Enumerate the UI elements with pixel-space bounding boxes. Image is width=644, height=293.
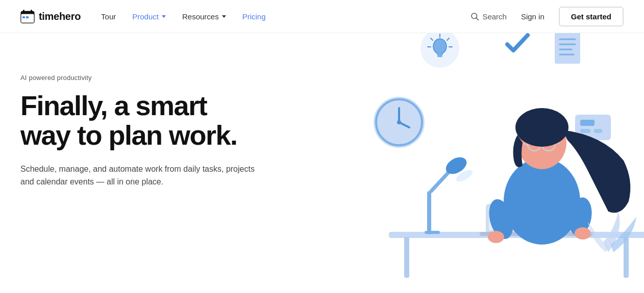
svg-point-46 <box>504 158 580 245</box>
svg-rect-36 <box>425 231 440 234</box>
search-icon <box>470 12 479 21</box>
svg-line-55 <box>524 144 527 144</box>
hero-section: AI powered productivity Finally, a smart… <box>0 33 644 293</box>
svg-rect-18 <box>555 33 580 64</box>
hero-content: AI powered productivity Finally, a smart… <box>20 64 265 189</box>
hero-illustration <box>338 33 644 293</box>
hero-headline-line2: way to plan work. <box>20 120 237 150</box>
svg-rect-29 <box>580 120 595 126</box>
svg-rect-11 <box>437 56 442 57</box>
svg-rect-33 <box>404 237 409 278</box>
svg-line-37 <box>431 171 450 191</box>
svg-rect-30 <box>580 129 590 133</box>
resources-chevron-icon <box>222 15 226 18</box>
svg-point-58 <box>515 108 568 147</box>
get-started-button[interactable]: Get started <box>559 7 624 26</box>
svg-rect-10 <box>437 54 443 56</box>
nav-pricing[interactable]: Pricing <box>242 12 266 21</box>
svg-point-27 <box>397 120 401 124</box>
svg-rect-2 <box>23 10 24 13</box>
svg-rect-35 <box>427 191 431 234</box>
svg-line-7 <box>477 18 479 20</box>
product-chevron-icon <box>162 15 166 18</box>
ai-label: AI powered productivity <box>20 74 265 82</box>
search-label: Search <box>482 12 507 21</box>
logo-icon <box>20 9 35 23</box>
hero-headline: Finally, a smart way to plan work. <box>20 91 265 150</box>
hero-subtext: Schedule, manage, and automate work from… <box>20 163 265 189</box>
nav-links: Tour Product Resources Pricing <box>101 12 470 21</box>
illustration-svg <box>338 33 644 293</box>
svg-rect-4 <box>22 16 25 18</box>
nav-right: Search Sign in Get started <box>470 7 624 26</box>
navbar: timehero Tour Product Resources Pricing … <box>0 0 644 33</box>
svg-rect-5 <box>26 16 29 18</box>
nav-resources[interactable]: Resources <box>182 12 226 21</box>
hero-headline-line1: Finally, a smart <box>20 90 207 121</box>
signin-link[interactable]: Sign in <box>521 12 544 21</box>
nav-product[interactable]: Product <box>132 12 166 21</box>
search-area[interactable]: Search <box>470 12 507 21</box>
svg-rect-3 <box>31 10 32 13</box>
logo[interactable]: timehero <box>20 9 81 23</box>
svg-point-50 <box>575 227 591 239</box>
svg-point-9 <box>433 39 447 54</box>
logo-text: timehero <box>39 11 81 22</box>
svg-rect-31 <box>594 129 602 133</box>
svg-rect-34 <box>624 237 629 278</box>
svg-point-49 <box>488 231 504 243</box>
nav-tour[interactable]: Tour <box>101 12 116 21</box>
